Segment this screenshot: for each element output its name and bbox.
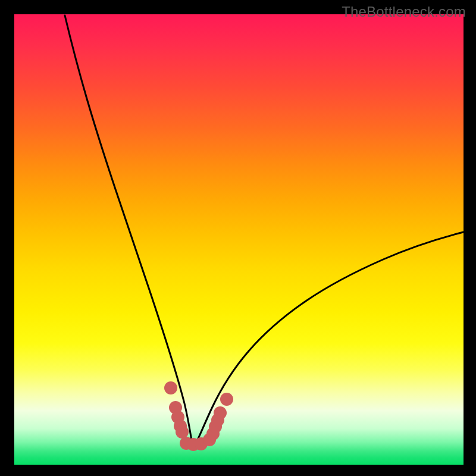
data-marker — [164, 381, 177, 394]
marker-group — [164, 381, 233, 451]
chart-container: TheBottleneck.com — [0, 0, 476, 476]
curve-right-branch — [193, 232, 464, 447]
data-marker — [214, 406, 227, 419]
data-marker — [220, 393, 233, 406]
data-marker — [176, 425, 189, 439]
chart-overlay — [0, 0, 476, 476]
